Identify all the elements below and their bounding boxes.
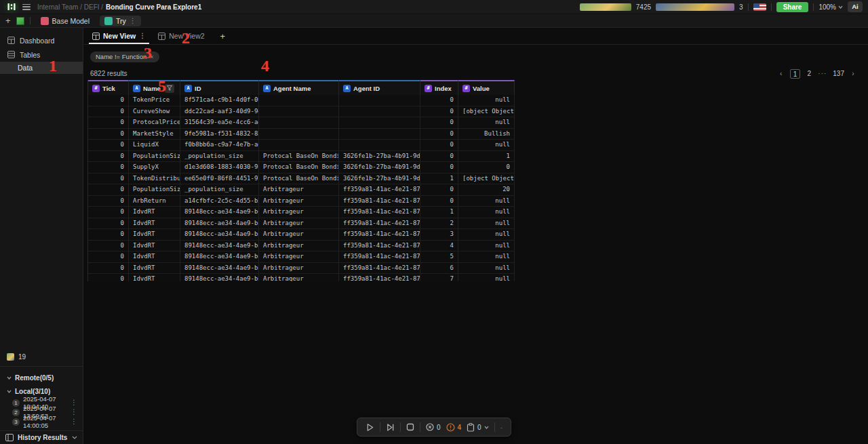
- history-results-row[interactable]: History Results: [0, 430, 83, 444]
- table-row[interactable]: 0MarketStyle9fe5981a-f531-4832-83a9-bb4……: [88, 129, 515, 140]
- table-cell: 0: [88, 263, 129, 274]
- table-row[interactable]: 0ProtocalPrice31564c39-ea5e-4cc6-ae79-e4…: [88, 117, 515, 129]
- table-cell: d1e3d608-1883-4030-9ca9-da8…: [180, 162, 259, 173]
- table-cell: null: [458, 218, 515, 229]
- page-button[interactable]: 137: [833, 70, 844, 77]
- table-cell: TokenPrice: [129, 95, 180, 106]
- errors-indicator[interactable]: 0: [426, 423, 441, 431]
- table-row[interactable]: 0CureveShowddc22cad-aaf3-40d9-9ede-d53…0…: [88, 106, 515, 118]
- table-cell: 0: [420, 162, 458, 173]
- table-cell: [object Object]: [458, 106, 515, 117]
- pagination: ‹ 12···137 ›: [778, 69, 856, 79]
- run-number-badge: 3: [12, 418, 20, 426]
- tokens-icon: [656, 3, 734, 11]
- table-row[interactable]: 0PopulationSize_population_sizeArbitrage…: [88, 184, 515, 196]
- remote-group-header[interactable]: Remote(0/5): [0, 371, 83, 384]
- chevron-down-icon[interactable]: [72, 436, 77, 439]
- table-cell: 0: [88, 106, 129, 117]
- table-row[interactable]: 0SupplyXd1e3d608-1883-4030-9ca9-da8…Prot…: [88, 162, 515, 174]
- table-cell: null: [458, 207, 515, 218]
- table-cell: 0: [88, 140, 129, 150]
- column-header-value[interactable]: #Value: [458, 80, 515, 95]
- results-count: 6822 results: [90, 70, 127, 77]
- page-list: 12···137: [790, 69, 844, 79]
- circle-x-icon: [426, 423, 434, 431]
- table-cell: [object Object]: [458, 174, 515, 184]
- table-cell: 89148ecc-ae34-4ae9-bcf3-6a2…: [180, 251, 259, 262]
- table-row[interactable]: 0IdvdRT89148ecc-ae34-4ae9-bcf3-6a2…Arbit…: [88, 218, 515, 230]
- kebab-menu-icon[interactable]: ⋮: [71, 418, 77, 425]
- kebab-menu-icon[interactable]: ⋮: [130, 18, 136, 24]
- table-cell: 1: [458, 151, 515, 162]
- table-cell: IdvdRT: [129, 218, 180, 229]
- kebab-menu-icon[interactable]: ⋮: [139, 33, 146, 39]
- table-row[interactable]: 0IdvdRT89148ecc-ae34-4ae9-bcf3-6a2…Arbit…: [88, 263, 515, 275]
- table-cell: 1: [420, 207, 458, 218]
- table-row[interactable]: 0IdvdRT89148ecc-ae34-4ae9-bcf3-6a2…Arbit…: [88, 241, 515, 252]
- sidebar-item-tables[interactable]: Tables: [0, 47, 83, 62]
- table-row[interactable]: 0ArbReturna14cfbfc-2c5c-4d55-b26d-568…Ar…: [88, 196, 515, 207]
- play-button[interactable]: [366, 423, 374, 432]
- kebab-menu-icon[interactable]: ⋮: [71, 409, 77, 416]
- table-cell: 0: [88, 184, 129, 195]
- column-header-label: Agent ID: [353, 85, 380, 92]
- table-cell: null: [458, 229, 515, 240]
- table-row[interactable]: 0IdvdRT89148ecc-ae34-4ae9-bcf3-6a2…Arbit…: [88, 207, 515, 218]
- breadcrumb[interactable]: Internal Team / DEFI /: [37, 3, 103, 11]
- tab-new-view[interactable]: New View ⋮: [86, 28, 152, 44]
- chevron-down-icon: [838, 5, 843, 9]
- step-forward-button[interactable]: [386, 423, 395, 432]
- app-logo[interactable]: [5, 2, 17, 12]
- table-row[interactable]: 0PopulationSize_population_sizeProtocal …: [88, 151, 515, 163]
- table-row[interactable]: 0TokenDistributionee65e0f0-86f8-4451-970…: [88, 174, 515, 185]
- column-header-agent-name[interactable]: AAgent Name: [259, 80, 339, 95]
- chevron-down-icon: [484, 426, 489, 429]
- warnings-indicator[interactable]: 4: [446, 423, 462, 432]
- prev-page-button[interactable]: ‹: [778, 70, 784, 77]
- next-page-button[interactable]: ›: [850, 70, 856, 77]
- table-header-row: #TickANameAIDAAgent NameAAgent ID#Index#…: [88, 80, 515, 95]
- tab-try[interactable]: Try ⋮: [100, 16, 141, 26]
- circle-alert-icon: [446, 423, 455, 432]
- table-row[interactable]: 0IdvdRT89148ecc-ae34-4ae9-bcf3-6a2…Arbit…: [88, 229, 515, 241]
- column-header-index[interactable]: #Index: [420, 80, 458, 95]
- page-title: Bonding Curve Para Explore1: [106, 3, 201, 11]
- table-cell: Arbitrageur: [259, 184, 339, 195]
- sidebar-item-data[interactable]: Data: [0, 62, 83, 74]
- table-cell: 0: [420, 95, 458, 106]
- ai-assistant-button[interactable]: Ai: [848, 1, 863, 12]
- hamburger-menu-icon[interactable]: [22, 4, 31, 10]
- kebab-menu-icon[interactable]: ⋮: [71, 399, 77, 406]
- table-cell: null: [458, 117, 515, 128]
- component-icon[interactable]: [16, 17, 24, 25]
- local-run-item[interactable]: 32025-04-07 14:00:05⋮: [0, 417, 83, 426]
- column-header-agent-id[interactable]: AAgent ID: [339, 80, 420, 95]
- table-cell: IdvdRT: [129, 241, 180, 251]
- zoom-select[interactable]: 100%: [818, 3, 843, 11]
- table-row[interactable]: 0IdvdRT89148ecc-ae34-4ae9-bcf3-6a2…Arbit…: [88, 251, 515, 263]
- drag-handle[interactable]: -: [500, 424, 502, 431]
- column-header-tick[interactable]: #Tick: [88, 80, 129, 95]
- table-row[interactable]: 0IdvdRT89148ecc-ae34-4ae9-bcf3-6a2…Arbit…: [88, 274, 515, 281]
- results-row: 6822 results ‹ 12···137 ›: [84, 62, 868, 79]
- page-button[interactable]: 1: [790, 69, 801, 79]
- add-view-button[interactable]: +: [220, 31, 226, 41]
- column-header-name[interactable]: AName: [129, 80, 180, 95]
- tab-base-model[interactable]: Base Model: [36, 16, 94, 26]
- add-model-button[interactable]: +: [5, 16, 11, 25]
- table-cell: ff359a81-41ac-4e21-87e9-5c6…: [339, 274, 420, 281]
- stop-button[interactable]: [406, 423, 414, 431]
- table-row[interactable]: 0LiquidXf0b8bb6a-c9a7-4e7b-ae56-073…0nul…: [88, 140, 515, 151]
- table-cell: 0: [88, 218, 129, 229]
- table-cell: 31564c39-ea5e-4cc6-ae79-e41…: [180, 117, 259, 128]
- table-cell: 9fe5981a-f531-4832-83a9-bb4…: [180, 129, 259, 140]
- flag-avatar[interactable]: [753, 3, 766, 11]
- share-button[interactable]: Share: [776, 2, 809, 12]
- page-button[interactable]: 2: [806, 70, 812, 77]
- table-cell: ff359a81-41ac-4e21-87e9-5c6…: [339, 241, 420, 251]
- logs-indicator[interactable]: 0: [467, 423, 489, 432]
- sidebar-item-dashboard[interactable]: Dashboard: [0, 33, 83, 47]
- column-header-id[interactable]: AID: [180, 80, 259, 95]
- table-row[interactable]: 0TokenPrice8f571ca4-c9b1-4d0f-0041-76a…0…: [88, 95, 515, 106]
- table-cell: 0: [88, 229, 129, 240]
